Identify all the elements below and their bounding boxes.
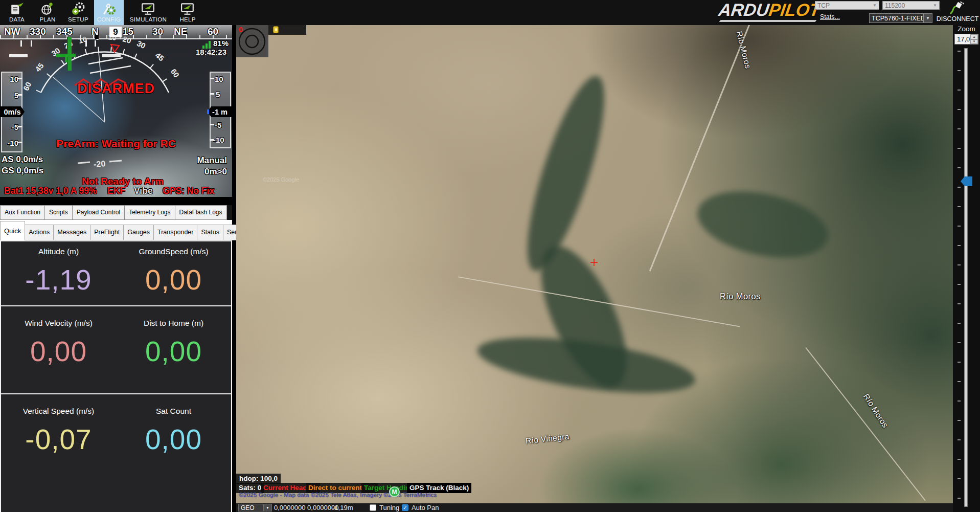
speed-tick-label: 10 <box>10 75 18 83</box>
map-view[interactable]: 0 ©2025 Google Río Moros Río Moros Río M… <box>236 25 953 503</box>
port-dropdown-button[interactable]: ▼ <box>923 14 932 23</box>
battery-percent: 81% <box>213 39 229 48</box>
zoom-slider-track[interactable] <box>964 48 968 507</box>
top-menu-bar: DATA PLAN SETUP CONFIG SIMULATION HELP A… <box>0 0 980 25</box>
stats-link[interactable]: Stats... <box>820 13 840 20</box>
disconnect-button[interactable]: DISCONNECT <box>937 1 978 25</box>
menu-help-button[interactable]: HELP <box>173 0 202 25</box>
svg-text:45: 45 <box>154 51 166 63</box>
warning-icon <box>273 26 279 33</box>
tab-dataflash-logs[interactable]: DataFlash Logs <box>175 205 227 220</box>
help-monitor-icon <box>180 2 195 16</box>
tab-payload-control[interactable]: Payload Control <box>72 205 125 220</box>
metric-label: Sat Count <box>156 407 191 416</box>
zoom-value: 17,0 <box>955 34 970 44</box>
metric-altitude[interactable]: Altitude (m) -1,19 <box>1 241 116 305</box>
flight-mode-text: Manual <box>197 155 227 166</box>
metric-value: 0,00 <box>145 423 202 456</box>
river-label: Río Moros <box>735 30 753 70</box>
upper-tab-strip: Aux FunctionScriptsPayload ControlTeleme… <box>0 205 232 220</box>
plug-icon <box>949 1 966 15</box>
river-label: Río Viñegra <box>525 432 569 446</box>
hud-tick <box>31 40 32 47</box>
alt-tick-label: -10 <box>213 136 224 144</box>
tab-preflight[interactable]: PreFlight <box>90 225 124 240</box>
menu-data-button[interactable]: DATA <box>2 0 32 25</box>
coord-system-value: GEO <box>239 504 263 511</box>
hud-panel[interactable]: 60 45 30 20 10 0 10 20 30 45 60 -20 NW 3… <box>0 25 232 197</box>
svg-text:30: 30 <box>135 39 147 50</box>
baud-select[interactable]: 115200▼ <box>882 1 940 10</box>
metric-label: GroundSpeed (m/s) <box>139 247 208 256</box>
zoom-panel: Zoom 17,0 ▲▼ <box>953 25 980 512</box>
menu-simulation-button[interactable]: SIMULATION <box>125 0 172 25</box>
metric-dist-to-home[interactable]: Dist to Home (m) 0,00 <box>116 306 231 393</box>
tab-quick[interactable]: Quick <box>0 221 25 240</box>
ekf-indicator[interactable]: EKF <box>107 186 125 196</box>
cursor-coordinates: 0,0000000 0,0000000 <box>274 504 339 511</box>
disconnect-label: DISCONNECT <box>937 15 979 23</box>
lower-tab-strip: QuickActionsMessagesPreFlightGaugesTrans… <box>0 220 232 240</box>
map-attribution: ©2025 Google - Map data ©2025 Tele Atlas… <box>239 492 437 498</box>
metric-label: Altitude (m) <box>38 247 79 256</box>
alt-tick-label: -5 <box>215 121 221 129</box>
tab-transponder[interactable]: Transponder <box>153 225 197 240</box>
hud-tick <box>85 40 87 47</box>
coord-system-select[interactable]: GEO ▼ <box>238 504 272 511</box>
tab-aux-function[interactable]: Aux Function <box>0 205 45 220</box>
map-top-strip <box>268 25 306 35</box>
zoom-slider-thumb[interactable] <box>961 176 972 186</box>
metric-value: -1,19 <box>25 263 92 296</box>
tab-gauges[interactable]: Gauges <box>123 225 154 240</box>
autopan-checkbox[interactable]: ✓ <box>402 504 408 511</box>
hud-dash <box>102 54 121 57</box>
metric-vertical-speed[interactable]: Vertical Speed (m/s) -0,07 <box>1 394 116 483</box>
tab-messages[interactable]: Messages <box>53 225 90 240</box>
gps-status-text: GPS: No Fix <box>163 186 214 196</box>
port-select[interactable]: TCP5760-1-FIXED WIN ▼ <box>869 13 932 23</box>
metric-value: 0,00 <box>30 335 87 368</box>
instrument-counter: 0 <box>239 26 243 34</box>
metric-groundspeed[interactable]: GroundSpeed (m/s) 0,00 <box>116 241 231 305</box>
protocol-select[interactable]: TCP▼ <box>815 1 879 10</box>
tab-telemetry-logs[interactable]: Telemetry Logs <box>124 205 175 220</box>
cursor-altitude: -1,19m <box>332 504 353 511</box>
metric-wind-velocity[interactable]: Wind Velocity (m/s) 0,00 <box>1 306 116 393</box>
baud-value: 115200 <box>885 2 905 9</box>
zoom-increment-button[interactable]: ▲ <box>970 34 978 39</box>
port-value: TCP5760-1-FIXED WIN <box>870 15 923 22</box>
menu-simulation-label: SIMULATION <box>130 16 167 23</box>
svg-text:45: 45 <box>33 61 45 74</box>
zoom-decrement-button[interactable]: ▼ <box>970 39 978 44</box>
simulation-monitor-icon <box>141 2 155 16</box>
config-wrench-icon <box>102 2 116 16</box>
metric-label: Vertical Speed (m/s) <box>23 407 95 416</box>
wp-distance-text: 0m>0 <box>204 167 227 177</box>
pitch-ladder-label: -20 <box>93 159 105 169</box>
compass-ticks <box>0 35 232 38</box>
menu-config-button[interactable]: CONFIG <box>94 0 124 25</box>
flight-director-marker <box>56 54 76 57</box>
menu-plan-button[interactable]: PLAN <box>33 0 62 25</box>
zoom-spinbox[interactable]: 17,0 ▲▼ <box>954 34 978 44</box>
metric-sat-count[interactable]: Sat Count 0,00 <box>116 394 231 483</box>
hud-tick <box>20 40 22 47</box>
metric-label: Dist to Home (m) <box>144 319 203 328</box>
tab-actions[interactable]: Actions <box>25 225 54 240</box>
river-label: Río Moros <box>720 292 761 301</box>
tuning-checkbox[interactable] <box>370 504 376 511</box>
metric-label: Wind Velocity (m/s) <box>25 319 93 328</box>
tab-status[interactable]: Status <box>197 225 223 240</box>
map-marker[interactable]: M <box>389 486 400 497</box>
menu-setup-button[interactable]: SETUP <box>63 0 93 25</box>
vibe-indicator[interactable]: Vibe <box>134 186 153 196</box>
roll-pointer-triangle <box>111 44 119 52</box>
menu-help-label: HELP <box>179 16 195 23</box>
altitude-target-tick <box>207 109 209 114</box>
google-watermark: ©2025 Google <box>263 176 299 183</box>
prearm-message: PreArm: Waiting for RC <box>0 138 232 150</box>
tab-scripts[interactable]: Scripts <box>44 205 73 220</box>
map-bottom-bar: GEO ▼ 0,0000000 0,0000000 -1,19m Tuning … <box>236 503 953 512</box>
protocol-value: TCP <box>817 2 830 9</box>
setup-gears-icon <box>71 2 85 16</box>
